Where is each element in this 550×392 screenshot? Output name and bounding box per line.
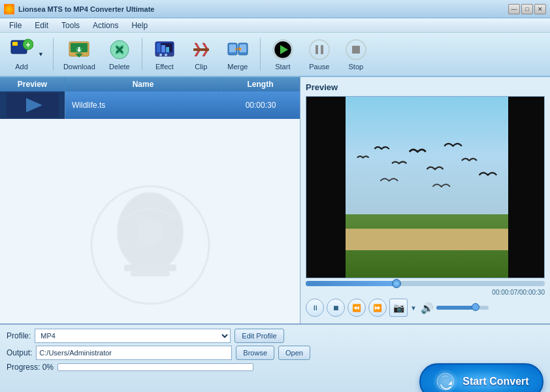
menu-file[interactable]: File	[3, 20, 28, 31]
volume-icon: 🔊	[421, 302, 434, 314]
svg-rect-27	[352, 46, 360, 54]
seek-bar-container[interactable]	[306, 278, 545, 287]
pause-icon	[308, 38, 331, 61]
file-name: Wildlife.ts	[65, 101, 221, 110]
video-display	[306, 97, 544, 278]
svg-text:+: +	[25, 41, 30, 50]
play-pause-ctrl[interactable]: ⏸	[306, 299, 324, 317]
main-content: Preview Name Length Wildlife.ts 00:00:30	[0, 77, 550, 323]
toolbar: + Add ▼ Download	[0, 33, 550, 77]
convert-icon	[434, 370, 457, 392]
stop-icon	[344, 38, 368, 61]
menu-actions[interactable]: Actions	[86, 20, 125, 31]
file-thumbnail	[0, 91, 65, 119]
svg-rect-1	[12, 42, 18, 46]
rewind-ctrl[interactable]: ⏪	[348, 299, 366, 317]
time-display: 00:00:07/00:00:30	[306, 287, 545, 297]
merge-icon	[226, 38, 250, 61]
snapshot-dropdown[interactable]: ▼	[410, 304, 417, 312]
start-label: Start	[275, 63, 290, 71]
menu-help[interactable]: Help	[125, 20, 154, 31]
progress-bar	[57, 363, 253, 371]
add-icon: +	[10, 38, 33, 61]
merge-label: Merge	[227, 63, 248, 71]
pause-label: Pause	[309, 63, 329, 71]
menu-edit[interactable]: Edit	[28, 20, 55, 31]
menu-tools[interactable]: Tools	[55, 20, 86, 31]
volume-thumb[interactable]	[472, 303, 479, 311]
scene-black-left	[306, 97, 346, 278]
maximize-button[interactable]: □	[521, 4, 533, 14]
seek-filled	[306, 281, 396, 286]
file-list-header: Preview Name Length	[0, 77, 300, 91]
col-header-length: Length	[221, 77, 300, 91]
profile-row: Profile: MP4 Edit Profile	[7, 329, 543, 343]
bottom-wrapper: Profile: MP4 Edit Profile Output: Browse…	[0, 323, 550, 392]
download-button[interactable]: Download	[59, 36, 100, 73]
add-button[interactable]: + Add ▼	[5, 36, 48, 73]
add-main[interactable]: + Add	[7, 35, 36, 73]
player-controls: ⏸ ⏹ ⏪ ⏩ 📷 ▼ 🔊	[306, 297, 545, 318]
add-label: Add	[15, 63, 28, 71]
svg-rect-11	[161, 45, 165, 52]
stop-button[interactable]: Stop	[339, 36, 373, 73]
svg-rect-25	[321, 45, 323, 54]
volume-slider[interactable]	[436, 306, 489, 310]
snapshot-btn[interactable]: 📷	[389, 299, 408, 317]
add-dropdown-arrow[interactable]: ▼	[36, 36, 46, 73]
start-button[interactable]: Start	[266, 36, 300, 73]
download-label: Download	[63, 63, 95, 71]
effect-button[interactable]: Effect	[148, 36, 182, 73]
profile-label: Profile:	[7, 331, 31, 340]
stop-ctrl[interactable]: ⏹	[327, 299, 345, 317]
window-controls: — □ ✕	[508, 4, 546, 14]
clip-label: Clip	[195, 63, 207, 71]
profile-select[interactable]: MP4	[35, 329, 231, 343]
toolbar-separator-1	[53, 38, 54, 71]
close-button[interactable]: ✕	[534, 4, 546, 14]
open-button[interactable]: Open	[278, 346, 310, 360]
svg-point-23	[310, 40, 329, 59]
seek-thumb[interactable]	[392, 279, 401, 288]
output-path-input[interactable]	[36, 346, 232, 360]
fast-forward-ctrl[interactable]: ⏩	[368, 299, 387, 317]
clip-icon	[189, 38, 213, 61]
toolbar-separator-3	[260, 38, 261, 71]
preview-title: Preview	[306, 82, 545, 92]
svg-rect-12	[166, 47, 169, 52]
start-convert-button[interactable]: Start Convert	[419, 363, 543, 392]
file-duration: 00:00:30	[221, 101, 300, 110]
svg-rect-32	[124, 265, 176, 271]
browse-button[interactable]: Browse	[236, 346, 274, 360]
start-icon	[271, 38, 295, 61]
seek-bar[interactable]	[306, 281, 545, 286]
svg-point-13	[159, 54, 162, 56]
clip-button[interactable]: Clip	[184, 36, 218, 73]
output-label: Output:	[7, 348, 32, 357]
svg-rect-17	[229, 44, 236, 52]
preview-panel: Preview	[300, 77, 550, 323]
delete-button[interactable]: Delete	[103, 36, 137, 73]
time-current: 00:00:07	[492, 289, 517, 296]
minimize-button[interactable]: —	[508, 4, 520, 14]
pause-button[interactable]: Pause	[302, 36, 336, 73]
effect-icon	[153, 38, 176, 61]
col-header-preview: Preview	[0, 77, 65, 91]
svg-rect-10	[157, 43, 161, 52]
start-convert-area: Start Convert	[419, 363, 543, 392]
edit-profile-button[interactable]: Edit Profile	[235, 329, 283, 343]
file-list-body: Wildlife.ts 00:00:30	[0, 91, 300, 323]
file-list: Preview Name Length Wildlife.ts 00:00:30	[0, 77, 300, 323]
merge-button[interactable]: Merge	[221, 36, 255, 73]
volume-filled	[436, 306, 476, 310]
start-convert-label: Start Convert	[462, 376, 528, 387]
menu-bar: File Edit Tools Actions Help	[0, 18, 550, 33]
window-title: Lionsea MTS to MP4 Converter Ultimate	[18, 5, 508, 13]
svg-rect-24	[315, 45, 318, 54]
stop-label: Stop	[349, 63, 364, 71]
svg-point-14	[165, 54, 167, 56]
delete-label: Delete	[109, 63, 130, 71]
output-row: Output: Browse Open	[7, 346, 543, 360]
effect-label: Effect	[155, 63, 174, 71]
table-row[interactable]: Wildlife.ts 00:00:30	[0, 91, 300, 119]
